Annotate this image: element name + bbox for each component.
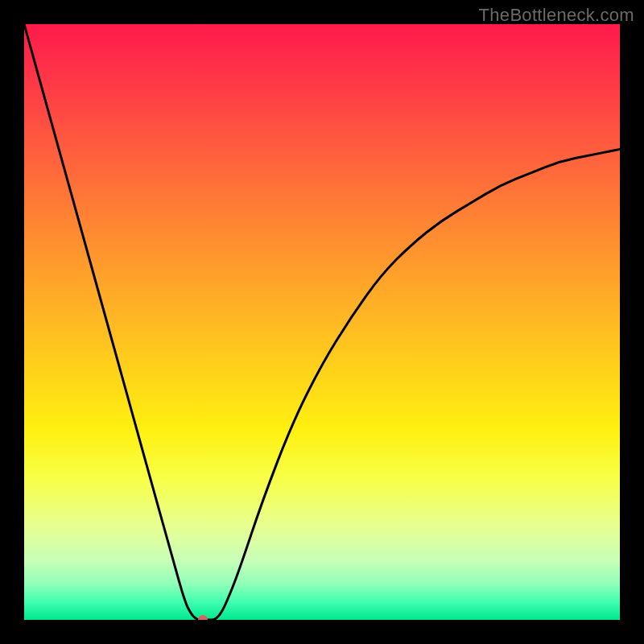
chart-container: TheBottleneck.com (0, 0, 644, 644)
watermark-text: TheBottleneck.com (479, 5, 634, 26)
bottleneck-curve-svg (24, 24, 620, 620)
plot-area (24, 24, 620, 620)
minimum-marker (198, 615, 208, 620)
bottleneck-curve-path (24, 24, 620, 620)
